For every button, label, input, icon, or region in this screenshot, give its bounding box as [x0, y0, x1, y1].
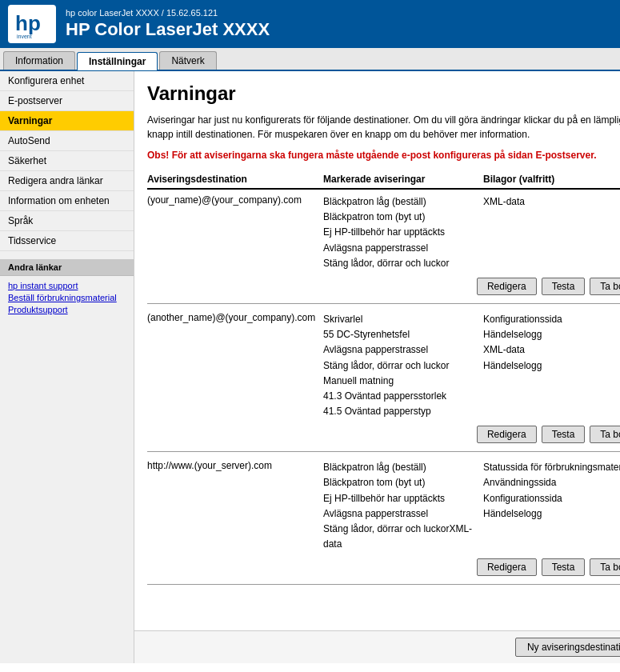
header-subtitle: hp color LaserJet XXXX / 15.62.65.121: [66, 8, 270, 18]
dest-3-alert-0: Bläckpatron låg (beställ): [323, 460, 483, 475]
tab-natverk[interactable]: Nätverk: [159, 51, 216, 70]
main-content: Varningar Aviseringar har just nu konfig…: [134, 71, 620, 630]
dest-2-attach-2: XML-data: [483, 342, 620, 358]
tab-installningar[interactable]: Inställningar: [77, 52, 158, 70]
dest-3-attach-2: Konfigurationssida: [483, 491, 620, 506]
sidebar-item-varningar[interactable]: Varningar: [0, 111, 134, 131]
dest-1-alert-2: Ej HP-tillbehör har upptäckts: [323, 225, 483, 240]
dest-2-alert-3: Stäng lådor, dörrar och luckor: [323, 358, 483, 374]
dest-3-edit-button[interactable]: Redigera: [477, 558, 537, 576]
other-links-heading: Andra länkar: [0, 259, 134, 276]
description-text: Aviseringar har just nu konfigurerats fö…: [147, 113, 620, 142]
dest-2-edit-button[interactable]: Redigera: [477, 426, 537, 443]
main-layout: Konfigurera enhet E-postserver Varningar…: [0, 71, 620, 663]
dest-1-alert-0: Bläckpatron låg (beställ): [323, 194, 483, 210]
dest-2-alerts: Skrivarlel 55 DC-Styrenhetsfel Avlägsna …: [323, 312, 483, 419]
dest-3-remove-button[interactable]: Ta bort: [590, 558, 620, 576]
footer-bar: Ny aviseringsdestination: [134, 630, 620, 663]
dest-3-alert-1: Bläckpatron tom (byt ut): [323, 475, 483, 490]
dest-3-attachments: Statussida för förbrukningsmaterial Anvä…: [483, 460, 620, 552]
dest-3-alerts: Bläckpatron låg (beställ) Bläckpatron to…: [323, 460, 483, 552]
dest-1-address: (your_name)@(your_company).com: [147, 194, 323, 271]
dest-1-alert-1: Bläckpatron tom (byt ut): [323, 210, 483, 225]
dest-1-edit-button[interactable]: Redigera: [477, 278, 537, 295]
hp-logo: hp invent: [8, 5, 56, 43]
dest-1-alert-4: Stäng lådor, dörrar och luckor: [323, 256, 483, 271]
sidebar-item-sprak[interactable]: Språk: [0, 211, 134, 231]
link-bestall-forbrukningsmaterial[interactable]: Beställ förbrukningsmaterial: [8, 293, 126, 302]
sidebar-item-tidsservice[interactable]: Tidsservice: [0, 231, 134, 251]
dest-1-attach-0: XML-data: [483, 194, 620, 210]
dest-1-alerts: Bläckpatron låg (beställ) Bläckpatron to…: [323, 194, 483, 271]
dest-2-alert-2: Avlägsna papperstrassel: [323, 342, 483, 358]
dest-2-alert-4: Manuell matning: [323, 374, 483, 389]
table-header: Aviseringsdestination Markerade aviserin…: [147, 174, 620, 190]
dest-2-buttons: Redigera Testa Ta bort: [147, 426, 620, 443]
destination-2-row: (another_name)@(your_company).com Skriva…: [147, 312, 620, 419]
tab-information[interactable]: Information: [3, 51, 75, 70]
dest-3-attach-3: Händelselogg: [483, 506, 620, 522]
dest-2-attachments: Konfigurationssida Händelselogg XML-data…: [483, 312, 620, 419]
new-destination-button[interactable]: Ny aviseringsdestination: [515, 638, 620, 657]
dest-2-remove-button[interactable]: Ta bort: [590, 426, 620, 443]
destination-1: (your_name)@(your_company).com Bläckpatr…: [147, 194, 620, 304]
dest-2-alert-0: Skrivarlel: [323, 312, 483, 327]
dest-3-attach-1: Användningssida: [483, 475, 620, 490]
sidebar-item-redigera-andra-lankar[interactable]: Redigera andra länkar: [0, 171, 134, 191]
svg-text:invent: invent: [17, 34, 32, 39]
sidebar: Konfigurera enhet E-postserver Varningar…: [0, 71, 134, 663]
dest-2-attach-0: Konfigurationssida: [483, 312, 620, 327]
dest-2-alert-5: 41.3 Oväntad pappersstorlek: [323, 389, 483, 404]
dest-3-alert-4: Stäng lådor, dörrar och luckorXML-data: [323, 522, 483, 552]
dest-2-test-button[interactable]: Testa: [542, 426, 586, 443]
destination-3-row: http://www.(your_server).com Bläckpatron…: [147, 460, 620, 552]
dest-1-remove-button[interactable]: Ta bort: [590, 278, 620, 295]
dest-1-buttons: Redigera Testa Ta bort: [147, 278, 620, 295]
dest-1-alert-3: Avlägsna papperstrassel: [323, 241, 483, 256]
dest-1-attachments: XML-data: [483, 194, 620, 271]
dest-3-buttons: Redigera Testa Ta bort: [147, 558, 620, 576]
dest-3-address: http://www.(your_server).com: [147, 460, 323, 552]
header-text: hp color LaserJet XXXX / 15.62.65.121 HP…: [66, 8, 270, 40]
dest-2-attach-3: Händelselogg: [483, 358, 620, 374]
header-title: HP Color LaserJet XXXX: [66, 19, 270, 40]
destination-1-row: (your_name)@(your_company).com Bläckpatr…: [147, 194, 620, 271]
dest-3-alert-3: Avlägsna papperstrassel: [323, 506, 483, 522]
link-hp-instant-support[interactable]: hp instant support: [8, 281, 126, 290]
dest-2-attach-1: Händelselogg: [483, 327, 620, 342]
link-produktsupport[interactable]: Produktsupport: [8, 305, 126, 314]
dest-2-alert-1: 55 DC-Styrenhetsfel: [323, 327, 483, 342]
sidebar-links: hp instant support Beställ förbrukningsm…: [0, 276, 134, 322]
dest-3-attach-0: Statussida för förbrukningsmaterial: [483, 460, 620, 475]
destination-2: (another_name)@(your_company).com Skriva…: [147, 312, 620, 452]
sidebar-nav: Konfigurera enhet E-postserver Varningar…: [0, 71, 134, 251]
sidebar-item-konfigurera-enhet[interactable]: Konfigurera enhet: [0, 71, 134, 91]
dest-3-alert-2: Ej HP-tillbehör har upptäckts: [323, 491, 483, 506]
dest-2-alert-6: 41.5 Oväntad papperstyp: [323, 404, 483, 419]
col-selected: Markerade aviseringar: [323, 174, 483, 185]
dest-3-test-button[interactable]: Testa: [542, 558, 586, 576]
dest-1-test-button[interactable]: Testa: [542, 278, 586, 295]
warning-note: Obs! För att aviseringarna ska fungera m…: [147, 148, 620, 162]
page-header: hp invent hp color LaserJet XXXX / 15.62…: [0, 0, 620, 48]
sidebar-item-information-om-enheten[interactable]: Information om enheten: [0, 191, 134, 211]
destination-3: http://www.(your_server).com Bläckpatron…: [147, 460, 620, 585]
sidebar-item-sakerhet[interactable]: Säkerhet: [0, 151, 134, 171]
col-attachments: Bilagor (valfritt): [483, 174, 620, 185]
svg-text:hp: hp: [15, 11, 41, 35]
tab-bar: Information Inställningar Nätverk: [0, 48, 620, 71]
page-title: Varningar: [147, 82, 620, 105]
col-destination: Aviseringsdestination: [147, 174, 323, 185]
sidebar-item-autosend[interactable]: AutoSend: [0, 131, 134, 151]
dest-2-address: (another_name)@(your_company).com: [147, 312, 323, 419]
sidebar-item-e-postserver[interactable]: E-postserver: [0, 91, 134, 111]
